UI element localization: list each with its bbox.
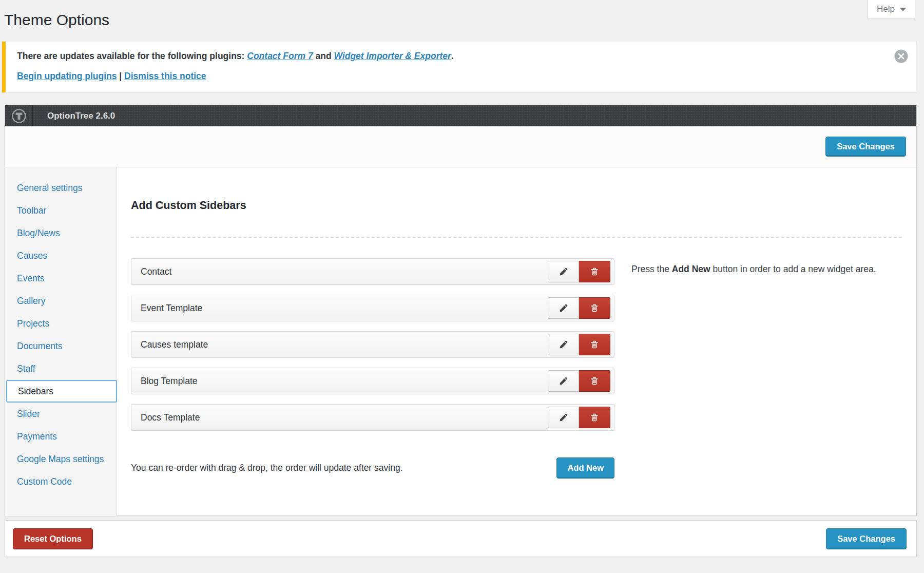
pencil-icon bbox=[559, 303, 569, 313]
notice-message: There are updates available for the foll… bbox=[17, 51, 454, 62]
reset-options-button[interactable]: Reset Options bbox=[13, 528, 93, 549]
edit-button[interactable] bbox=[548, 297, 579, 319]
sidebar-row-docs-template[interactable]: Docs Template bbox=[131, 404, 614, 431]
panel-actions-bar: Save Changes bbox=[5, 126, 916, 167]
notice-conjunction: and bbox=[313, 51, 334, 61]
save-changes-button-top[interactable]: Save Changes bbox=[825, 137, 906, 157]
sidebar-row-label: Event Template bbox=[131, 303, 548, 314]
sidebar-row-event-template[interactable]: Event Template bbox=[131, 295, 614, 321]
sidebar-item-payments[interactable]: Payments bbox=[5, 425, 117, 448]
plugin-link-contact-form-7[interactable]: Contact Form 7 bbox=[247, 51, 313, 61]
notice-actions: Begin updating plugins | Dismiss this no… bbox=[17, 71, 206, 82]
trash-icon bbox=[589, 412, 600, 423]
sidebar-item-causes[interactable]: Causes bbox=[5, 244, 117, 267]
sidebar-item-staff[interactable]: Staff bbox=[5, 357, 117, 380]
notice-action-separator: | bbox=[119, 71, 122, 81]
optiontree-logo bbox=[5, 105, 33, 126]
pencil-icon bbox=[559, 376, 569, 386]
notice-text-suffix: . bbox=[451, 51, 454, 61]
sidebar-row-causes-template[interactable]: Causes template bbox=[131, 331, 614, 358]
sidebar-item-documents[interactable]: Documents bbox=[5, 335, 117, 357]
chevron-down-icon bbox=[900, 8, 906, 11]
helper-text-prefix: Press the bbox=[631, 264, 672, 274]
sidebar-item-general-settings[interactable]: General settings bbox=[5, 177, 117, 199]
delete-button[interactable] bbox=[579, 297, 610, 319]
sidebar-item-gallery[interactable]: Gallery bbox=[5, 290, 117, 312]
sidebars-list: Contact Event Template bbox=[131, 258, 614, 441]
page-title: Theme Options bbox=[4, 11, 109, 29]
delete-button[interactable] bbox=[579, 407, 610, 428]
pencil-icon bbox=[559, 266, 569, 277]
edit-button[interactable] bbox=[548, 334, 579, 355]
sidebar-row-label: Docs Template bbox=[131, 412, 548, 423]
sidebar-row-label: Blog Template bbox=[131, 376, 548, 387]
optiontree-header: OptionTree 2.6.0 bbox=[5, 105, 916, 126]
help-label: Help bbox=[877, 4, 895, 14]
sidebar-item-google-maps-settings[interactable]: Google Maps settings bbox=[5, 448, 117, 470]
sidebar-row-label: Contact bbox=[131, 266, 548, 277]
sidebar-item-sidebars[interactable]: Sidebars bbox=[6, 380, 117, 403]
section-heading: Add Custom Sidebars bbox=[131, 199, 902, 212]
helper-text-bold: Add New bbox=[672, 264, 710, 274]
sidebar-item-blog-news[interactable]: Blog/News bbox=[5, 222, 117, 244]
sidebar-item-slider[interactable]: Slider bbox=[5, 403, 117, 425]
helper-text: Press the Add New button in order to add… bbox=[631, 258, 891, 441]
sidebar-item-events[interactable]: Events bbox=[5, 267, 117, 290]
dismiss-this-notice-link[interactable]: Dismiss this notice bbox=[124, 71, 206, 81]
help-button[interactable]: Help bbox=[868, 0, 915, 19]
plugin-link-widget-importer-exporter[interactable]: Widget Importer & Exporter bbox=[334, 51, 451, 61]
update-notice: There are updates available for the foll… bbox=[2, 42, 916, 92]
pencil-icon bbox=[559, 412, 569, 423]
helper-text-suffix: button in order to add a new widget area… bbox=[710, 264, 876, 274]
reorder-note: You can re-order with drag & drop, the o… bbox=[131, 463, 556, 473]
begin-updating-plugins-link[interactable]: Begin updating plugins bbox=[17, 71, 117, 81]
edit-button[interactable] bbox=[548, 407, 579, 428]
trash-icon bbox=[589, 266, 600, 277]
delete-button[interactable] bbox=[579, 261, 610, 282]
notice-dismiss-button[interactable] bbox=[894, 49, 908, 63]
panel-body: General settings Toolbar Blog/News Cause… bbox=[5, 167, 916, 516]
save-changes-button-bottom[interactable]: Save Changes bbox=[826, 528, 907, 549]
delete-button[interactable] bbox=[579, 370, 610, 392]
delete-button[interactable] bbox=[579, 334, 610, 355]
pencil-icon bbox=[559, 339, 569, 350]
close-circle-icon bbox=[894, 49, 908, 63]
options-sidebar: General settings Toolbar Blog/News Cause… bbox=[5, 167, 117, 516]
sidebar-item-toolbar[interactable]: Toolbar bbox=[5, 199, 117, 222]
sidebar-row-label: Causes template bbox=[131, 339, 548, 350]
trash-icon bbox=[589, 303, 600, 313]
optiontree-version-title: OptionTree 2.6.0 bbox=[33, 105, 115, 126]
dashed-separator bbox=[131, 237, 902, 238]
trash-icon bbox=[589, 376, 600, 386]
content-area: Add Custom Sidebars Contact bbox=[117, 167, 916, 516]
footer-bar: Reset Options Save Changes bbox=[5, 520, 917, 557]
trash-icon bbox=[589, 339, 600, 350]
sidebar-item-projects[interactable]: Projects bbox=[5, 312, 117, 335]
optiontree-logo-icon bbox=[11, 108, 27, 124]
notice-text-prefix: There are updates available for the foll… bbox=[17, 51, 247, 61]
sidebar-row-blog-template[interactable]: Blog Template bbox=[131, 368, 614, 394]
sidebar-item-custom-code[interactable]: Custom Code bbox=[5, 470, 117, 493]
sidebar-row-contact[interactable]: Contact bbox=[131, 258, 614, 285]
add-new-button[interactable]: Add New bbox=[556, 457, 614, 479]
edit-button[interactable] bbox=[548, 261, 579, 282]
edit-button[interactable] bbox=[548, 370, 579, 392]
optiontree-panel: OptionTree 2.6.0 Save Changes General se… bbox=[5, 105, 917, 516]
